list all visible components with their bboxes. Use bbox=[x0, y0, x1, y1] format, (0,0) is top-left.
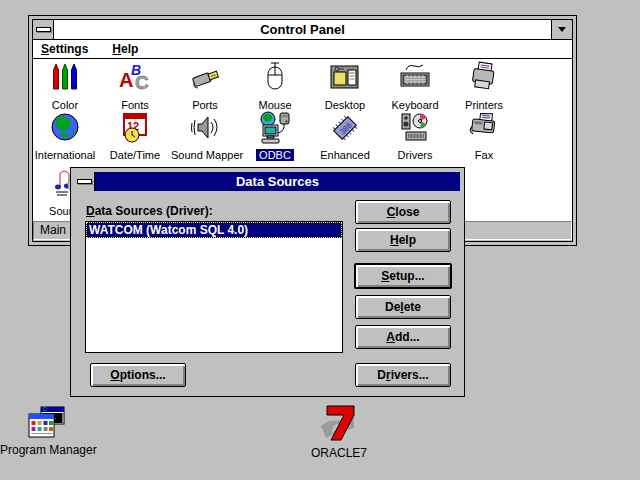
applet-sound-mapper[interactable]: Sound Mapper bbox=[171, 111, 239, 163]
control-panel-titlebar[interactable]: Control Panel bbox=[33, 20, 572, 40]
applet-drivers[interactable]: Drivers bbox=[381, 111, 449, 163]
applet-datetime[interactable]: 12 Date/Time bbox=[101, 111, 169, 163]
applet-label: ODBC bbox=[256, 149, 294, 161]
window-title: Control Panel bbox=[54, 20, 551, 39]
applet-label: Fax bbox=[475, 149, 493, 161]
applet-label: Ports bbox=[192, 99, 218, 111]
system-menu-dash-icon bbox=[36, 27, 51, 32]
applet-label: Enhanced bbox=[320, 149, 370, 161]
applet-fonts[interactable]: A B C Fonts bbox=[101, 61, 169, 113]
applet-label: Printers bbox=[465, 99, 503, 111]
international-icon bbox=[48, 111, 82, 145]
fonts-icon: A B C bbox=[118, 61, 152, 95]
applet-label: Sound Mapper bbox=[171, 149, 243, 161]
applet-ports[interactable]: Ports bbox=[171, 61, 239, 113]
minimize-arrow-icon bbox=[558, 27, 566, 32]
svg-text:C:: C: bbox=[43, 407, 48, 412]
options-button[interactable]: Options... bbox=[90, 363, 186, 387]
applet-enhanced[interactable]: 386 Enhanced bbox=[311, 111, 379, 163]
data-sources-driver-label: Data Sources (Driver): bbox=[86, 204, 213, 218]
applet-label: Color bbox=[52, 99, 78, 111]
datetime-icon: 12 bbox=[118, 111, 152, 145]
add-button[interactable]: Add... bbox=[355, 325, 451, 349]
menu-settings[interactable]: Settings bbox=[39, 42, 90, 56]
applet-mouse[interactable]: Mouse bbox=[241, 61, 309, 113]
program-manager-shortcut[interactable]: C: Program Manager bbox=[0, 406, 94, 457]
applet-odbc[interactable]: ODBC bbox=[241, 111, 309, 163]
data-sources-dialog: Data Sources Data Sources (Driver): WATC… bbox=[70, 167, 465, 397]
desktop: Control Panel Settings Help Color A B bbox=[0, 0, 640, 480]
menu-bar: Settings Help bbox=[33, 40, 572, 59]
sound-mapper-icon bbox=[188, 111, 222, 145]
delete-button[interactable]: Delete bbox=[355, 295, 451, 319]
desktop-icon-label: Program Manager bbox=[0, 443, 94, 457]
applet-label: International bbox=[35, 149, 96, 161]
ports-icon bbox=[188, 61, 222, 95]
program-manager-icon: C: bbox=[28, 406, 66, 440]
minimize-button[interactable] bbox=[551, 20, 572, 39]
applet-label: Mouse bbox=[258, 99, 291, 111]
mouse-icon bbox=[258, 61, 292, 95]
enhanced-icon: 386 bbox=[328, 111, 362, 145]
applet-label: Date/Time bbox=[110, 149, 160, 161]
help-button[interactable]: Help bbox=[355, 228, 451, 252]
dialog-system-menu-button[interactable] bbox=[75, 172, 95, 191]
desktop-icon bbox=[328, 61, 362, 95]
applet-desktop[interactable]: Desktop bbox=[311, 61, 379, 113]
system-menu-button[interactable] bbox=[33, 20, 54, 39]
close-button[interactable]: Close bbox=[355, 200, 451, 224]
applet-label: Keyboard bbox=[391, 99, 438, 111]
applet-fax[interactable]: Fax bbox=[450, 111, 518, 163]
fax-icon bbox=[467, 111, 501, 145]
drivers-button[interactable]: Drivers... bbox=[355, 363, 451, 387]
menu-help[interactable]: Help bbox=[110, 42, 140, 56]
applet-color[interactable]: Color bbox=[33, 61, 99, 113]
applet-label: Drivers bbox=[398, 149, 433, 161]
system-menu-dash-icon bbox=[77, 179, 92, 184]
oracle7-shortcut[interactable]: ORACLE7 bbox=[292, 403, 386, 460]
list-item-watcom[interactable]: WATCOM (Watcom SQL 4.0) bbox=[86, 222, 342, 238]
dialog-titlebar[interactable]: Data Sources bbox=[75, 172, 460, 191]
keyboard-icon bbox=[398, 61, 432, 95]
applet-international[interactable]: International bbox=[33, 111, 99, 163]
oracle7-icon bbox=[314, 403, 364, 443]
applet-keyboard[interactable]: Keyboard bbox=[381, 61, 449, 113]
applet-printers[interactable]: Printers bbox=[450, 61, 518, 113]
dialog-title: Data Sources bbox=[95, 172, 460, 191]
odbc-icon bbox=[258, 111, 292, 145]
desktop-icon-label: ORACLE7 bbox=[292, 446, 386, 460]
status-text: Main bbox=[40, 223, 66, 237]
data-sources-listbox[interactable]: WATCOM (Watcom SQL 4.0) bbox=[85, 221, 343, 353]
printers-icon bbox=[467, 61, 501, 95]
drivers-icon bbox=[398, 111, 432, 145]
applet-label: Desktop bbox=[325, 99, 365, 111]
applet-label: Fonts bbox=[121, 99, 149, 111]
setup-button[interactable]: Setup... bbox=[354, 263, 452, 289]
svg-text:C: C bbox=[135, 72, 149, 93]
color-icon bbox=[48, 61, 82, 95]
